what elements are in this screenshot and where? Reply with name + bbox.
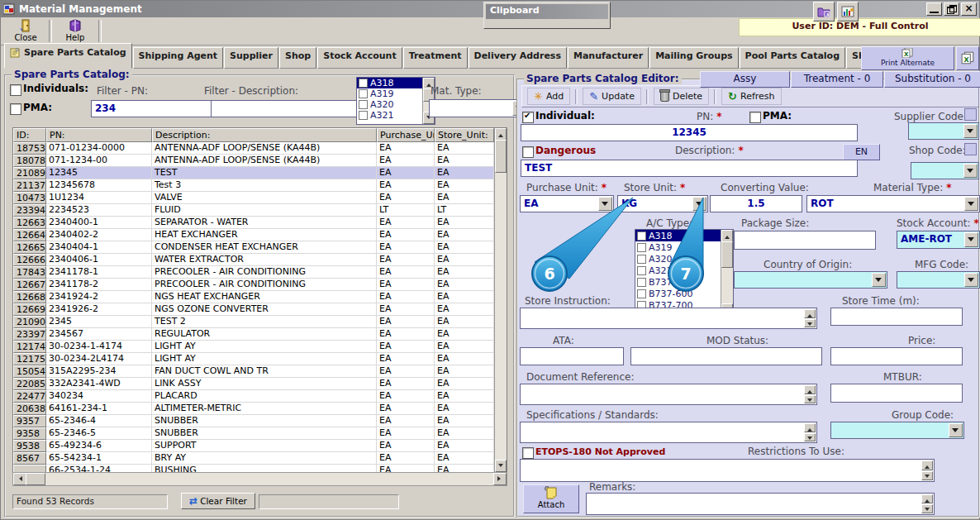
tab-shop[interactable]: Shop — [279, 47, 316, 69]
parts-table-vscrollbar[interactable] — [494, 128, 507, 472]
ac-type-option-b737-600[interactable]: B737-600 — [635, 288, 733, 299]
package-size-input[interactable] — [734, 231, 876, 250]
table-row[interactable]: 126652340404-1CONDENSER HEAT EXCHANGEREA… — [13, 241, 507, 254]
column-header-id[interactable]: ID: — [13, 128, 46, 142]
chevron-down-icon[interactable] — [963, 164, 978, 178]
checkbox-icon[interactable] — [637, 255, 646, 264]
table-row[interactable]: 178432341178-1PRECOOLER - AIR CONDITIONI… — [13, 266, 507, 279]
table-row[interactable]: 126682341924-2NGS HEAT EXCHANGEREAEA — [13, 291, 507, 303]
checkbox-icon[interactable] — [637, 266, 646, 275]
purchase-unit-combo[interactable]: EA — [520, 195, 614, 212]
tab-mailing-groups[interactable]: Mailing Groups — [649, 47, 738, 69]
restrictions-input[interactable] — [520, 459, 935, 482]
ac-type-option-b737[interactable]: B737 — [635, 276, 733, 288]
print-alternate-button[interactable]: X Print Alternate — [861, 46, 954, 70]
spinner-icon[interactable] — [804, 309, 816, 327]
checkbox-icon[interactable] — [637, 289, 646, 298]
restore-button[interactable] — [944, 2, 959, 16]
spinner-icon[interactable] — [921, 460, 933, 480]
chevron-down-icon[interactable] — [964, 273, 978, 287]
individuals-checkbox[interactable] — [10, 84, 21, 96]
table-row[interactable]: 2113712345678Test 3EAEA — [13, 179, 507, 192]
mfg-code-combo[interactable] — [897, 271, 980, 289]
chevron-down-icon[interactable] — [872, 273, 886, 287]
folder-s-toolbar-button[interactable]: s — [813, 2, 835, 21]
table-row[interactable]: 126632340400-1SEPARATOR - WATEREAEA — [13, 217, 507, 229]
table-row[interactable]: 126662340406-1WATER EXTRACTOREAEA — [13, 254, 507, 266]
tab-treatment[interactable]: Treatment — [403, 47, 468, 69]
ata-input[interactable] — [520, 347, 624, 365]
checkbox-icon[interactable] — [359, 100, 368, 109]
close-button[interactable]: Close — [7, 19, 44, 43]
ac-type-listbox[interactable]: A318A319A320A321B737B737-600B737-700 — [635, 229, 734, 317]
checkbox-icon[interactable] — [359, 89, 368, 98]
tab-supplier[interactable]: Supplier — [224, 47, 278, 69]
stock-account-combo[interactable]: AME-ROT — [897, 231, 980, 249]
pn-input[interactable]: 12345 — [521, 124, 858, 141]
scrollbar-thumb[interactable] — [26, 473, 45, 485]
language-en-button[interactable]: EN — [843, 144, 880, 160]
chevron-down-icon[interactable] — [964, 197, 978, 211]
tab-pool-parts-catalog[interactable]: Pool Parts Catalog — [740, 47, 845, 69]
editor-tab-substitution[interactable]: Substitution - 0 — [884, 71, 980, 88]
table-row[interactable]: 18078071-1234-00ANTENNA-ADF LOOP/SENSE (… — [13, 155, 507, 167]
table-row[interactable]: 23397234567REGULATOREAEA — [13, 328, 507, 341]
table-row[interactable]: 953865-49234-6SUPPORTEAEA — [13, 440, 507, 452]
filter-pn-input[interactable]: 234 — [91, 100, 216, 117]
spinner-icon[interactable] — [804, 423, 816, 441]
table-row[interactable]: 233942234523FLUIDLTLT — [13, 204, 507, 217]
table-row[interactable]: 15054315A2295-234FAN DUCT COWL AND TREAE… — [13, 365, 507, 378]
clipboard-window[interactable]: Clipboard — [483, 2, 611, 29]
column-header-storeunit[interactable]: Store_Unit: — [435, 128, 494, 142]
shop-code-combo[interactable] — [911, 162, 979, 179]
statistics-toolbar-button[interactable] — [837, 2, 859, 21]
tab-delivery-address[interactable]: Delivery Address — [469, 47, 567, 69]
update-button[interactable]: Update — [583, 88, 641, 105]
tab-stock-account[interactable]: Stock Account — [317, 47, 402, 69]
ac-type-option-a319[interactable]: A319 — [635, 241, 733, 253]
add-button[interactable]: Add — [527, 88, 570, 105]
converting-value-input[interactable]: 1.5 — [710, 195, 802, 212]
column-header-description[interactable]: Description: — [152, 128, 377, 142]
pma-checkbox[interactable] — [749, 112, 761, 123]
shop-code-lookup-button[interactable] — [964, 143, 977, 155]
table-row[interactable]: 2108912345TESTEAEA — [13, 167, 507, 179]
checkbox-icon[interactable] — [637, 231, 646, 241]
scroll-up-icon[interactable] — [495, 128, 507, 141]
table-row[interactable]: 104731U1234VALVEEAEA — [13, 192, 507, 204]
table-row[interactable]: 856765-54234-1BRY AYEAEA — [13, 452, 507, 465]
ac-type-option-a318[interactable]: A318 — [635, 230, 733, 241]
group-code-combo[interactable] — [830, 422, 964, 439]
table-row[interactable]: 126692341926-2NGS OZONE CONVERTEREAEA — [13, 303, 507, 316]
scrollbar-thumb[interactable] — [495, 140, 507, 173]
chevron-down-icon[interactable] — [963, 124, 978, 138]
filter-description-input[interactable] — [211, 100, 368, 117]
ac-type-option-a320[interactable]: A320 — [635, 253, 733, 265]
spinner-icon[interactable] — [921, 494, 933, 513]
table-row[interactable]: 18753071-01234-0000ANTENNA-ADF LOOP/SENS… — [13, 142, 507, 155]
table-row[interactable]: 2063864161-234-1ALTIMETER-METRICEAEA — [13, 403, 507, 415]
tab-spare-parts-catalog[interactable]: Spare Parts Catalog — [4, 43, 132, 69]
checkbox-icon[interactable] — [637, 243, 646, 252]
parts-table[interactable]: ID:PN:Description:Purchase_Unit:Store_Un… — [12, 127, 507, 473]
mod-status-input[interactable] — [630, 347, 822, 365]
export-excel-button[interactable]: X — [956, 46, 979, 70]
checkbox-icon[interactable] — [359, 79, 368, 88]
dangerous-checkbox[interactable] — [522, 146, 534, 158]
etops-checkbox[interactable] — [522, 447, 534, 459]
document-reference-input[interactable] — [520, 384, 817, 405]
chevron-down-icon[interactable] — [598, 197, 612, 211]
delete-button[interactable]: Delete — [654, 88, 709, 105]
pma-filter-checkbox[interactable] — [10, 103, 21, 115]
editor-tab-assy[interactable]: Assy — [700, 71, 790, 88]
ac-filter-listbox[interactable]: A318A319A320A321 — [356, 77, 435, 125]
supplier-code-lookup-button[interactable] — [964, 108, 977, 121]
tab-manufacturer[interactable]: Manufacturer — [568, 47, 649, 69]
help-button[interactable]: Help — [57, 19, 93, 43]
close-window-button[interactable] — [961, 2, 977, 16]
price-input[interactable] — [830, 347, 963, 365]
tab-shipping-agent[interactable]: Shipping Agent — [133, 47, 224, 69]
editor-tab-treatment[interactable]: Treatment - 0 — [791, 71, 883, 88]
store-instruction-input[interactable] — [520, 308, 817, 329]
material-type-combo[interactable]: ROT — [806, 195, 980, 212]
